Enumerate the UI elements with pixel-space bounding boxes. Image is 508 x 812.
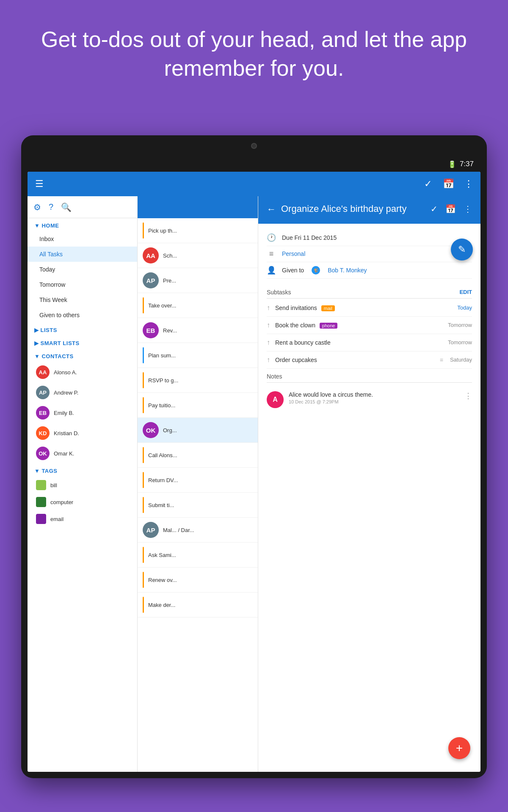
note-text: Alice would love a circus theme. (289, 391, 459, 398)
task-item-3[interactable]: AP Pre... (138, 268, 258, 293)
tag-item-bill[interactable]: bill (28, 477, 137, 494)
subtask-name-4: Order cupcakes (275, 357, 435, 363)
task-text-7: RSVP to g... (148, 377, 253, 384)
subtask-row-send-invitations[interactable]: ↑ Send invitations mail Today (267, 299, 472, 317)
more-icon[interactable]: ⋮ (462, 178, 475, 189)
sidebar-contacts-header[interactable]: ▼ CONTACTS (28, 349, 137, 362)
fab-add-button[interactable]: + (448, 737, 470, 759)
sidebar-item-today[interactable]: Today (28, 262, 137, 277)
task-accent-6 (143, 347, 144, 363)
subtask-row-book-clown[interactable]: ↑ Book the clown phone Tomorrow (267, 317, 472, 334)
sidebar-item-all-tasks[interactable]: All Tasks (28, 247, 137, 262)
task-text-9: Org... (163, 427, 253, 433)
home-label: HOME (41, 222, 59, 229)
contact-item-andrew[interactable]: AP Andrew P. (28, 382, 137, 403)
subtask-arrow-1: ↑ (267, 304, 270, 312)
detail-check-icon[interactable]: ✓ (431, 204, 438, 214)
app-toolbar: ☰ ✓ 📅 ⋮ (28, 172, 480, 196)
task-item-5[interactable]: EB Rev... (138, 318, 258, 343)
task-accent-4 (143, 297, 144, 313)
fab-edit-button[interactable]: ✎ (451, 239, 473, 261)
task-item-15[interactable]: Renew ov... (138, 568, 258, 593)
back-button[interactable]: ← (267, 204, 276, 215)
subtask-due-2: Tomorrow (448, 322, 472, 328)
task-text-2: Sch... (163, 252, 253, 259)
task-item-1[interactable]: Pick up th... (138, 218, 258, 243)
task-item-4[interactable]: Take over... (138, 293, 258, 318)
sidebar-home-header[interactable]: ▼ HOME (28, 218, 137, 231)
detail-more-icon[interactable]: ⋮ (464, 204, 472, 214)
sidebar-lists-header[interactable]: ▶ LISTS (28, 323, 137, 336)
task-accent-7 (143, 372, 144, 388)
task-accent-11 (143, 472, 144, 488)
sidebar-item-given-to-others[interactable]: Given to others (28, 307, 137, 323)
task-accent-10 (143, 447, 144, 463)
tag-name-email: email (50, 516, 64, 522)
tag-item-computer[interactable]: computer (28, 494, 137, 510)
app-screen: ☰ ✓ 📅 ⋮ ⚙ ? 🔍 ▼ (28, 172, 480, 772)
check-icon[interactable]: ✓ (421, 178, 435, 189)
subtask-row-bouncy-castle[interactable]: ↑ Rent a bouncy castle Tomorrow (267, 334, 472, 351)
note-more-icon[interactable]: ⋮ (464, 391, 472, 401)
subtask-name-2: Book the clown phone (275, 322, 443, 329)
menu-icon[interactable]: ☰ (33, 178, 46, 189)
sidebar-item-inbox[interactable]: Inbox (28, 231, 137, 247)
contact-item-omar[interactable]: OK Omar K. (28, 443, 137, 464)
search-icon[interactable]: 🔍 (61, 202, 72, 212)
task-item-13[interactable]: AP Mal... / Dar... (138, 518, 258, 543)
task-item-10[interactable]: Call Alons... (138, 443, 258, 468)
task-list-header (138, 196, 258, 218)
task-item-16[interactable]: Make der... (138, 593, 258, 617)
meta-row-list[interactable]: ≡ Personal (267, 246, 472, 262)
settings-icon[interactable]: ⚙ (33, 202, 41, 212)
sidebar-tags-header[interactable]: ▼ TAGS (28, 464, 137, 477)
subtask-name-3: Rent a bouncy castle (275, 339, 443, 346)
task-item-6[interactable]: Plan sum... (138, 343, 258, 368)
note-avatar: A (267, 391, 284, 408)
meta-row-given-to: 👤 Given to 🐒 Bob T. Monkey (267, 262, 472, 279)
subtask-arrow-2: ↑ (267, 321, 270, 329)
contact-name-emily: Emily B. (54, 410, 74, 416)
task-item-2[interactable]: AA Sch... (138, 243, 258, 268)
lists-label: LISTS (41, 327, 57, 333)
contact-item-emily[interactable]: EB Emily B. (28, 403, 137, 423)
subtask-row-order-cupcakes[interactable]: ↑ Order cupcakes ≡ Saturday (267, 351, 472, 369)
subtask-due-3: Tomorrow (448, 339, 472, 346)
sidebar-smart-lists-header[interactable]: ▶ SMART LISTS (28, 336, 137, 349)
calendar-icon[interactable]: 📅 (442, 178, 455, 189)
task-accent-1 (143, 222, 144, 239)
notes-title: Notes (267, 373, 472, 383)
given-to-avatar: 🐒 (312, 266, 320, 274)
contact-avatar-andrew: AP (36, 386, 50, 399)
task-item-11[interactable]: Return DV... (138, 468, 258, 493)
detail-calendar-icon[interactable]: 📅 (445, 204, 456, 214)
note-timestamp: 10 Dec 2015 @ 7:29PM (289, 399, 459, 404)
contact-name-omar: Omar K. (54, 450, 74, 457)
sidebar-item-tomorrow[interactable]: Tomorrow (28, 277, 137, 292)
edit-subtasks-button[interactable]: EDIT (459, 289, 472, 295)
task-item-12[interactable]: Submit ti... (138, 493, 258, 518)
detail-header-actions: ✓ 📅 ⋮ (431, 204, 472, 214)
task-item-7[interactable]: RSVP to g... (138, 368, 258, 393)
task-accent-8 (143, 397, 144, 413)
task-list-panel: Pick up th... AA Sch... AP Pre... Take o… (138, 196, 258, 772)
hero-section: Get to-dos out of your head, and let the… (0, 0, 508, 99)
tags-label: TAGS (41, 468, 57, 474)
task-text-4: Take over... (148, 302, 253, 309)
smart-lists-arrow: ▶ (34, 340, 39, 346)
contact-item-kristian[interactable]: KD Kristian D. (28, 423, 137, 443)
help-icon[interactable]: ? (49, 202, 53, 212)
smart-lists-label: SMART LISTS (41, 340, 80, 346)
task-item-14[interactable]: Ask Sami... (138, 543, 258, 568)
task-text-14: Ask Sami... (148, 552, 253, 558)
contacts-label: CONTACTS (41, 353, 73, 359)
meta-row-due: 🕐 Due Fri 11 Dec 2015 (267, 230, 472, 246)
tablet-device: 🔋 7:37 ☰ ✓ 📅 ⋮ ⚙ ? (21, 135, 487, 778)
person-icon: 👤 (267, 266, 276, 275)
contact-item-alonso[interactable]: AA Alonso A. (28, 362, 137, 382)
task-item-9[interactable]: OK Org... (138, 418, 258, 443)
tag-item-email[interactable]: email (28, 510, 137, 527)
task-item-8[interactable]: Pay tuitio... (138, 393, 258, 418)
contact-name-alonso: Alonso A. (54, 369, 77, 376)
sidebar-item-this-week[interactable]: This Week (28, 292, 137, 307)
